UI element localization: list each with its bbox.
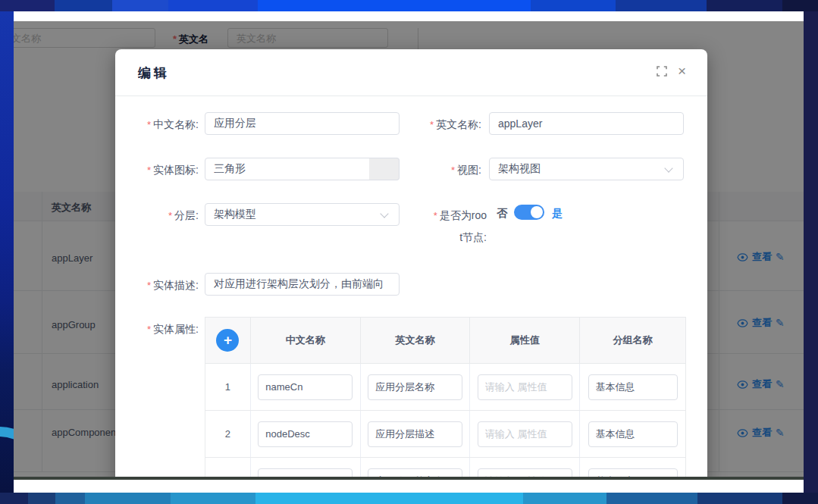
- toggle-off-text: 否: [497, 207, 507, 221]
- top-frame-mosaic: [0, 0, 818, 11]
- attribute-row: 1: [205, 363, 685, 410]
- name-en-input[interactable]: [489, 112, 684, 135]
- mosaic-segment: [707, 0, 782, 11]
- mosaic-segment: [523, 493, 606, 504]
- mosaic-segment: [258, 0, 531, 11]
- screenshot-stage: *英文名 英文名称 appLayer appGroup application …: [0, 0, 818, 504]
- modal-divider: [115, 95, 707, 96]
- toggle-knob: [531, 206, 543, 218]
- name-cn-input[interactable]: [205, 112, 400, 135]
- name-cn-label: *中文名称:: [115, 118, 199, 132]
- mosaic-segment: [168, 0, 258, 11]
- is-root-toggle[interactable]: [514, 205, 544, 220]
- edit-modal: 编辑 × *中文名称: *英文名称: *实体图标: *视图:: [115, 49, 707, 477]
- attr-en-input[interactable]: [368, 468, 462, 477]
- mosaic-segment: [0, 493, 28, 504]
- modal-title: 编辑: [138, 64, 170, 82]
- mosaic-segment: [606, 493, 697, 504]
- row-index: 1: [205, 364, 251, 410]
- fullscreen-icon[interactable]: [657, 66, 667, 77]
- decorative-arc: [0, 427, 14, 493]
- attr-en-input[interactable]: [368, 374, 462, 400]
- attr-group-input[interactable]: [588, 421, 678, 447]
- attr-en-input[interactable]: [368, 421, 462, 447]
- attribute-row: 2: [205, 410, 685, 457]
- mosaic-segment: [531, 0, 616, 11]
- attr-group-input[interactable]: [588, 374, 678, 400]
- attribute-table-header: + 中文名称 英文名称 属性值 分组名称: [205, 318, 685, 363]
- mosaic-segment: [171, 493, 255, 504]
- entity-desc-input[interactable]: [205, 273, 400, 296]
- entity-icon-input[interactable]: [205, 158, 370, 180]
- card-margin-top: [14, 11, 804, 21]
- attr-value-input[interactable]: [478, 374, 572, 400]
- view-label: *视图:: [398, 164, 481, 177]
- mosaic-segment: [255, 493, 523, 504]
- required-asterisk: *: [147, 119, 151, 130]
- mosaic-segment: [112, 0, 168, 11]
- required-asterisk: *: [451, 164, 455, 176]
- mosaic-segment: [0, 0, 55, 11]
- attr-col-value: 属性值: [470, 318, 580, 363]
- mosaic-segment: [697, 493, 782, 504]
- attr-col-group: 分组名称: [580, 318, 685, 363]
- mosaic-segment: [616, 0, 707, 11]
- mosaic-segment: [55, 0, 112, 11]
- is-root-label: *是否为roo t节点:: [415, 205, 487, 248]
- add-attribute-button[interactable]: +: [216, 329, 239, 352]
- required-asterisk: *: [147, 280, 151, 291]
- attr-col-en: 英文名称: [361, 318, 471, 363]
- card-margin-bottom: [14, 480, 804, 493]
- required-asterisk: *: [430, 119, 434, 130]
- required-asterisk: *: [434, 210, 437, 221]
- required-asterisk: *: [168, 210, 172, 221]
- attribute-row: 3: [205, 457, 685, 477]
- mosaic-segment: [28, 493, 55, 504]
- attr-value-input[interactable]: [478, 421, 572, 447]
- icon-picker-button[interactable]: [369, 158, 400, 180]
- add-column-header: +: [205, 318, 251, 363]
- attr-cn-input[interactable]: [258, 421, 353, 447]
- close-icon[interactable]: ×: [678, 66, 686, 77]
- row-index: 2: [205, 411, 251, 457]
- mosaic-segment: [782, 0, 818, 11]
- attr-col-cn: 中文名称: [251, 318, 361, 363]
- attr-group-input[interactable]: [588, 468, 678, 477]
- row-index: 3: [205, 458, 251, 477]
- attr-cn-input[interactable]: [258, 468, 353, 477]
- layer-label: *分层:: [115, 209, 199, 223]
- toggle-on-text: 是: [552, 207, 563, 221]
- left-frame: [0, 11, 14, 493]
- bottom-frame-mosaic: [0, 493, 818, 504]
- right-frame: [804, 11, 818, 493]
- mosaic-segment: [782, 493, 818, 504]
- attribute-table: + 中文名称 英文名称 属性值 分组名称 1 2: [205, 317, 686, 477]
- name-en-label: *英文名称:: [398, 118, 481, 132]
- entity-desc-label: *实体描述:: [115, 279, 199, 293]
- mosaic-segment: [85, 493, 171, 504]
- background-app: *英文名 英文名称 appLayer appGroup application …: [14, 21, 804, 477]
- view-select[interactable]: [489, 158, 684, 180]
- required-asterisk: *: [147, 324, 151, 335]
- required-asterisk: *: [147, 164, 151, 176]
- entity-attrs-label: *实体属性:: [115, 323, 199, 337]
- modal-tools: ×: [657, 66, 686, 77]
- layer-select[interactable]: [205, 203, 400, 226]
- attr-value-input[interactable]: [478, 468, 572, 477]
- entity-icon-label: *实体图标:: [115, 164, 199, 177]
- attr-cn-input[interactable]: [258, 374, 353, 400]
- mosaic-segment: [55, 493, 85, 504]
